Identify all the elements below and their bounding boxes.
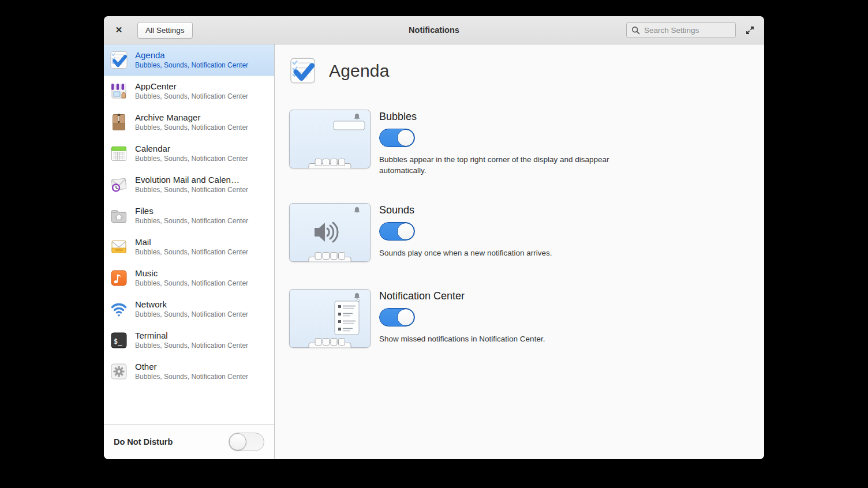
search-icon (631, 26, 640, 35)
notification-settings: Bubbles Bubbles appear in the top right … (289, 110, 764, 348)
app-list: Agenda Bubbles, Sounds, Notification Cen… (104, 44, 274, 424)
appcenter-icon (110, 82, 128, 100)
sound-illustration (289, 203, 371, 262)
toggle-knob (229, 433, 246, 451)
sidebar-item-appcenter[interactable]: AppCenter Bubbles, Sounds, Notification … (104, 76, 274, 107)
app-name: Files (135, 206, 248, 217)
setting-description: Sounds play once when a new notification… (379, 248, 552, 259)
network-icon (110, 300, 128, 318)
app-notification-summary: Bubbles, Sounds, Notification Center (135, 123, 248, 133)
mail-icon (110, 238, 128, 256)
all-settings-button[interactable]: All Settings (137, 22, 193, 39)
agenda-icon (110, 51, 128, 69)
setting-section: Notification Center Show missed notifica… (289, 289, 764, 348)
sidebar-item-terminal[interactable]: $_ Terminal Bubbles, Sounds, Notificatio… (104, 325, 274, 356)
app-name: Archive Manager (135, 112, 248, 123)
setting-section: Sounds Sounds play once when a new notif… (289, 203, 764, 262)
app-name: Music (135, 268, 248, 279)
app-name: AppCenter (135, 81, 248, 92)
settings-window: ✕ All Settings Notifications (104, 16, 764, 459)
app-notification-summary: Bubbles, Sounds, Notification Center (135, 155, 248, 164)
app-notification-summary: Bubbles, Sounds, Notification Center (135, 92, 248, 102)
toggle-knob (397, 223, 414, 240)
do-not-disturb-row: Do Not Disturb (104, 424, 274, 459)
agenda-icon (289, 57, 316, 84)
sidebar-item-other[interactable]: Other Bubbles, Sounds, Notification Cent… (104, 356, 274, 387)
setting-title: Notification Center (379, 290, 545, 302)
app-name: Agenda (135, 50, 248, 61)
app-notification-summary: Bubbles, Sounds, Notification Center (135, 217, 248, 226)
music-icon (110, 269, 128, 287)
app-title: Agenda (329, 61, 390, 81)
svg-text:$_: $_ (114, 337, 122, 346)
setting-description: Bubbles appear in the top right corner o… (379, 155, 646, 176)
app-notification-summary: Bubbles, Sounds, Notification Center (135, 186, 248, 195)
setting-title: Bubbles (379, 111, 646, 123)
search-field[interactable] (626, 22, 736, 38)
search-settings-input[interactable] (644, 26, 731, 35)
notification-center-illustration (289, 289, 371, 348)
files-icon (110, 207, 128, 225)
sidebar-item-files[interactable]: Files Bubbles, Sounds, Notification Cent… (104, 200, 274, 231)
do-not-disturb-label: Do Not Disturb (114, 437, 173, 446)
app-notification-summary: Bubbles, Sounds, Notification Center (135, 279, 248, 288)
app-notification-summary: Bubbles, Sounds, Notification Center (135, 248, 248, 257)
app-name: Evolution Mail and Calen… (135, 175, 248, 186)
notification-center-toggle[interactable] (379, 308, 415, 326)
sidebar-item-archive-manager[interactable]: Archive Manager Bubbles, Sounds, Notific… (104, 107, 274, 138)
toggle-knob (397, 309, 414, 326)
do-not-disturb-toggle[interactable] (229, 433, 264, 451)
app-name: Network (135, 299, 248, 310)
calendar-icon (110, 144, 128, 163)
fullscreen-icon[interactable] (744, 24, 756, 36)
setting-title: Sounds (379, 204, 552, 216)
app-notification-summary: Bubbles, Sounds, Notification Center (135, 373, 248, 382)
main-panel: Agenda Bubbles Bubbles appear in the top… (275, 44, 764, 459)
setting-section: Bubbles Bubbles appear in the top right … (289, 110, 764, 176)
app-notification-summary: Bubbles, Sounds, Notification Center (135, 310, 248, 320)
sidebar-item-calendar[interactable]: Calendar Bubbles, Sounds, Notification C… (104, 138, 274, 169)
close-icon[interactable]: ✕ (112, 23, 126, 37)
sidebar-item-agenda[interactable]: Agenda Bubbles, Sounds, Notification Cen… (104, 44, 274, 76)
sidebar-item-network[interactable]: Network Bubbles, Sounds, Notification Ce… (104, 294, 274, 325)
app-name: Calendar (135, 144, 248, 155)
app-sidebar: Agenda Bubbles, Sounds, Notification Cen… (104, 44, 275, 459)
app-name: Terminal (135, 331, 248, 341)
titlebar: ✕ All Settings Notifications (104, 16, 764, 44)
terminal-icon: $_ (110, 331, 128, 350)
app-header: Agenda (289, 57, 764, 84)
evolution-icon (110, 175, 128, 194)
archive-icon (110, 113, 128, 132)
sidebar-item-evolution-mail-and-calen[interactable]: Evolution Mail and Calen… Bubbles, Sound… (104, 169, 274, 200)
sidebar-item-mail[interactable]: Mail Bubbles, Sounds, Notification Cente… (104, 231, 274, 262)
toggle-knob (397, 129, 414, 147)
setting-description: Show missed notifications in Notificatio… (379, 334, 545, 345)
app-name: Mail (135, 237, 248, 248)
bubble-illustration (289, 110, 371, 168)
sidebar-item-music[interactable]: Music Bubbles, Sounds, Notification Cent… (104, 262, 274, 294)
app-name: Other (135, 362, 248, 373)
other-icon (110, 362, 128, 381)
bubbles-toggle[interactable] (379, 129, 415, 147)
app-notification-summary: Bubbles, Sounds, Notification Center (135, 341, 248, 351)
sounds-toggle[interactable] (379, 222, 415, 241)
app-notification-summary: Bubbles, Sounds, Notification Center (135, 61, 248, 70)
